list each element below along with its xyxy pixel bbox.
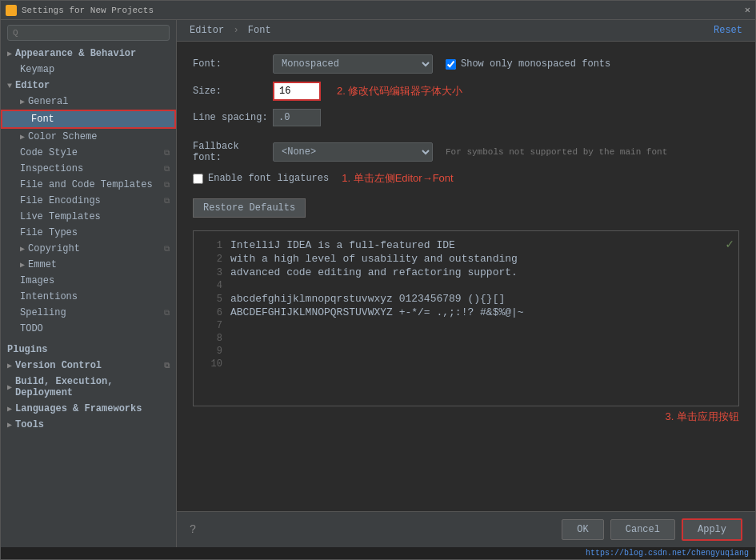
sidebar-item-tools-label: Tools: [15, 419, 44, 430]
search-icon: Q: [13, 28, 18, 38]
sidebar-item-version-control[interactable]: ▶ Version Control ⧉: [1, 358, 176, 374]
show-monospaced-checkbox[interactable]: [446, 59, 456, 70]
sidebar-item-file-code-templates[interactable]: File and Code Templates ⧉: [1, 177, 176, 193]
line-num-6: 6: [203, 307, 222, 318]
sidebar-item-intentions[interactable]: Intentions: [1, 289, 176, 305]
apply-button[interactable]: Apply: [682, 518, 742, 541]
app-icon: [6, 5, 17, 16]
main-content: Q ▶ Appearance & Behavior Keymap ▼ Edito…: [1, 20, 755, 547]
size-row: Size: 2. 修改代码编辑器字体大小: [193, 82, 739, 101]
sidebar-item-appearance[interactable]: ▶ Appearance & Behavior: [1, 46, 176, 62]
sidebar-item-plugins[interactable]: Plugins: [1, 342, 176, 358]
sidebar-item-file-encodings[interactable]: File Encodings ⧉: [1, 193, 176, 209]
sidebar-item-font-label: Font: [31, 114, 54, 125]
sidebar-item-todo[interactable]: TODO: [1, 321, 176, 337]
line-spacing-input[interactable]: [273, 109, 321, 126]
preview-line-5: 5 abcdefghijklmnopqrstuvwxyz 0123456789 …: [203, 293, 729, 305]
arrow-icon-copyright: ▶: [20, 244, 25, 254]
sidebar-item-keymap-label: Keymap: [20, 64, 54, 75]
fallback-hint: For symbols not supported by the main fo…: [446, 147, 667, 157]
sidebar-item-tools[interactable]: ▶ Tools: [1, 417, 176, 433]
preview-line-4: 4: [203, 280, 729, 291]
search-box[interactable]: Q: [7, 25, 170, 41]
fallback-font-select[interactable]: <None>: [273, 142, 433, 162]
sidebar-item-appearance-label: Appearance & Behavior: [15, 48, 136, 59]
sidebar-item-live-templates[interactable]: Live Templates: [1, 209, 176, 225]
close-button[interactable]: ✕: [745, 4, 750, 16]
line-num-4: 4: [203, 280, 222, 291]
sidebar-item-todo-label: TODO: [20, 323, 43, 334]
title-bar: Settings for New Projects ✕: [1, 1, 755, 20]
copy-icon: ⧉: [164, 245, 170, 254]
sidebar-item-emmet-label: Emmet: [28, 259, 57, 270]
sidebar-item-spelling[interactable]: Spelling ⧉: [1, 305, 176, 321]
sidebar-item-build-label: Build, Execution, Deployment: [15, 376, 170, 398]
line-num-8: 8: [203, 333, 222, 344]
url-bar: https://blog.csdn.net/chengyuqiang: [1, 547, 755, 559]
annotation-step3-row: 3. 单击应用按钮: [193, 410, 739, 424]
line-num-9: 9: [203, 346, 222, 357]
size-label: Size:: [193, 86, 273, 97]
window-title: Settings for New Projects: [22, 6, 154, 15]
breadcrumb-editor: Editor: [190, 25, 224, 36]
sidebar-item-keymap[interactable]: Keymap: [1, 62, 176, 78]
preview-line-1: 1 IntelliJ IDEA is a full-featured IDE: [203, 239, 729, 251]
size-input[interactable]: [273, 82, 321, 101]
enable-ligatures-checkbox[interactable]: [193, 174, 203, 184]
preview-text-3: advanced code editing and refactoring su…: [230, 266, 518, 278]
sidebar-item-copyright[interactable]: ▶ Copyright ⧉: [1, 241, 176, 257]
copy-icon: ⧉: [164, 181, 170, 190]
restore-defaults-button[interactable]: Restore Defaults: [193, 198, 306, 218]
line-spacing-label: Line spacing:: [193, 112, 273, 123]
font-select[interactable]: Monospaced: [273, 54, 433, 74]
preview-line-6: 6 ABCDEFGHIJKLMNOPQRSTUVWXYZ +-*/= .,;:!…: [203, 306, 729, 318]
sidebar-item-version-control-label: Version Control: [15, 360, 102, 371]
preview-line-10: 10: [203, 358, 729, 370]
sidebar-item-inspections[interactable]: Inspections ⧉: [1, 161, 176, 177]
sidebar-item-file-types[interactable]: File Types: [1, 225, 176, 241]
arrow-icon-general: ▶: [20, 97, 25, 106]
font-label: Font:: [193, 58, 273, 70]
preview-text-2: with a high level of usability and outst…: [230, 253, 518, 265]
right-panel: Editor › Font Reset Font: Monospaced Sho…: [177, 20, 755, 547]
reset-link[interactable]: Reset: [714, 25, 742, 36]
settings-window: Settings for New Projects ✕ Q ▶ Appearan…: [0, 0, 756, 560]
preview-line-3: 3 advanced code editing and refactoring …: [203, 266, 729, 278]
ok-button[interactable]: OK: [562, 519, 603, 540]
font-row: Font: Monospaced Show only monospaced fo…: [193, 54, 739, 74]
annotation-step3: 3. 单击应用按钮: [666, 410, 739, 422]
sidebar-item-build[interactable]: ▶ Build, Execution, Deployment: [1, 374, 176, 401]
preview-line-9: 9: [203, 346, 729, 357]
arrow-icon-tools: ▶: [7, 420, 12, 430]
sidebar-item-languages[interactable]: ▶ Languages & Frameworks: [1, 401, 176, 417]
sidebar-item-general[interactable]: ▶ General: [1, 94, 176, 110]
breadcrumb: Editor › Font: [190, 25, 271, 36]
show-monospaced-text: Show only monospaced fonts: [461, 58, 610, 70]
cancel-button[interactable]: Cancel: [610, 519, 675, 540]
preview-text-6: ABCDEFGHIJKLMNOPQRSTUVWXYZ +-*/= .,;:!? …: [230, 306, 524, 318]
sidebar-item-color-scheme-label: Color Scheme: [28, 131, 97, 142]
feature-checkbox-row: Enable font ligatures 1. 单击左侧Editor→Font: [193, 171, 739, 186]
sidebar-item-images[interactable]: Images: [1, 273, 176, 289]
sidebar-item-color-scheme[interactable]: ▶ Color Scheme: [1, 129, 176, 145]
sidebar-item-editor[interactable]: ▼ Editor: [1, 78, 176, 94]
fallback-font-row: Fallback font: <None> For symbols not su…: [193, 141, 739, 163]
search-input[interactable]: [22, 28, 164, 38]
sidebar-item-languages-label: Languages & Frameworks: [15, 403, 142, 414]
help-icon[interactable]: ?: [190, 523, 196, 536]
sidebar-item-intentions-label: Intentions: [20, 291, 78, 302]
show-monospaced-label: Show only monospaced fonts: [446, 58, 610, 70]
copy-icon: ⧉: [164, 309, 170, 318]
sidebar-item-emmet[interactable]: ▶ Emmet: [1, 257, 176, 273]
line-spacing-row: Line spacing:: [193, 109, 739, 126]
preview-check-icon: ✓: [726, 236, 734, 252]
sidebar-item-file-encodings-label: File Encodings: [20, 195, 101, 206]
line-num-10: 10: [203, 358, 222, 370]
line-num-7: 7: [203, 320, 222, 331]
preview-line-7: 7: [203, 320, 729, 331]
sidebar-item-font[interactable]: Font: [1, 110, 176, 129]
sidebar-item-file-code-templates-label: File and Code Templates: [20, 179, 153, 190]
sidebar-item-code-style[interactable]: Code Style ⧉: [1, 145, 176, 161]
arrow-icon-editor: ▼: [7, 82, 12, 90]
annotation-step2: 2. 修改代码编辑器字体大小: [337, 84, 462, 98]
